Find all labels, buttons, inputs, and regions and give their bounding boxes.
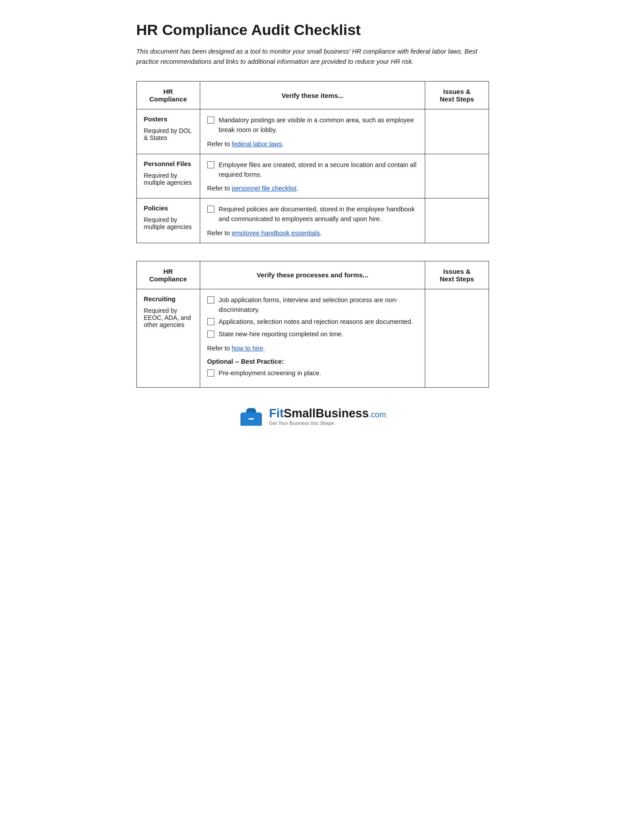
compliance-cell-posters: Posters Required by DOL & States (136, 109, 200, 154)
issues-cell-posters (425, 109, 489, 154)
checkbox-text: Pre-employment screening in place. (219, 369, 321, 378)
compliance-bold-recruiting: Recruiting (144, 296, 193, 303)
compliance-sub-personnel: Required by multiple agencies (144, 172, 192, 186)
checkbox-item: Pre-employment screening in place. (207, 369, 418, 378)
checkbox-text: Applications, selection notes and reject… (219, 317, 413, 327)
how-to-hire-link[interactable]: how to hire (232, 345, 263, 352)
logo-com: .com (369, 410, 386, 419)
checkbox-icon[interactable] (207, 331, 214, 338)
federal-labor-laws-link[interactable]: federal labor laws (232, 140, 282, 148)
logo-small-business: SmallBusiness (283, 407, 369, 420)
compliance-sub-policies: Required by multiple agencies (144, 216, 192, 230)
logo-fit: Fit (269, 407, 283, 420)
compliance-cell-policies: Policies Required by multiple agencies (136, 198, 200, 243)
checklist-table-2: HR Compliance Verify these processes and… (136, 261, 489, 388)
compliance-cell-recruiting: Recruiting Required by EEOC, ADA, and ot… (136, 289, 200, 387)
checklist-table-1: HR Compliance Verify these items... Issu… (136, 81, 489, 243)
table1-header-issues: Issues &Next Steps (425, 82, 489, 109)
checkbox-icon[interactable] (207, 206, 214, 213)
checkbox-item: Applications, selection notes and reject… (207, 317, 418, 327)
table-row: Posters Required by DOL & States Mandato… (136, 109, 489, 154)
table2-header-issues: Issues &Next Steps (425, 261, 489, 289)
checkbox-text: Mandatory postings are visible in a comm… (219, 116, 418, 135)
refer-text-policies: Refer to employee handbook essentials. (207, 229, 418, 237)
refer-text-personnel: Refer to personnel file checklist. (207, 185, 418, 192)
intro-paragraph: This document has been designed as a too… (136, 47, 489, 67)
footer: FitSmallBusiness.com Get Your Business I… (136, 405, 489, 428)
checkbox-item: Employee files are created, stored in a … (207, 160, 418, 180)
table2-header-verify: Verify these processes and forms... (200, 261, 425, 289)
logo-tagline: Get Your Business Into Shape (269, 420, 386, 426)
checkbox-icon[interactable] (207, 117, 214, 124)
compliance-cell-personnel: Personnel Files Required by multiple age… (136, 154, 200, 198)
svg-rect-7 (248, 418, 254, 420)
table-row: Personnel Files Required by multiple age… (136, 154, 489, 198)
page-container: HR Compliance Audit Checklist This docum… (113, 0, 512, 454)
checkbox-icon[interactable] (207, 296, 214, 303)
refer-text-posters: Refer to federal labor laws. (207, 140, 418, 148)
checkbox-text: State new-hire reporting completed on ti… (219, 330, 343, 339)
table1-header-verify: Verify these items... (200, 82, 425, 109)
logo-brand-text: FitSmallBusiness.com (269, 407, 386, 420)
checkbox-icon[interactable] (207, 161, 214, 168)
checkbox-item: Job application forms, interview and sel… (207, 296, 418, 315)
verify-cell-policies: Required policies are documented, stored… (200, 198, 425, 243)
compliance-bold-personnel: Personnel Files (144, 160, 193, 167)
verify-cell-personnel: Employee files are created, stored in a … (200, 154, 425, 198)
verify-cell-posters: Mandatory postings are visible in a comm… (200, 109, 425, 154)
table1-header-row: HR Compliance Verify these items... Issu… (136, 82, 489, 109)
personnel-file-checklist-link[interactable]: personnel file checklist (232, 185, 296, 192)
compliance-bold-policies: Policies (144, 205, 193, 212)
table1-header-compliance: HR Compliance (136, 82, 200, 109)
table-row: Recruiting Required by EEOC, ADA, and ot… (136, 289, 489, 387)
checkbox-item: Required policies are documented, stored… (207, 205, 418, 224)
refer-text-recruiting: Refer to how to hire. (207, 345, 418, 352)
checkbox-text: Job application forms, interview and sel… (219, 296, 418, 315)
fitsmallbusiness-logo-icon (239, 405, 264, 428)
compliance-sub-recruiting: Required by EEOC, ADA, and other agencie… (144, 307, 191, 328)
logo-text: FitSmallBusiness.com Get Your Business I… (269, 407, 386, 426)
verify-cell-recruiting: Job application forms, interview and sel… (200, 289, 425, 387)
checkbox-text: Employee files are created, stored in a … (219, 160, 418, 180)
compliance-sub-posters: Required by DOL & States (144, 127, 192, 141)
page-title: HR Compliance Audit Checklist (136, 21, 489, 39)
best-practice-label: Optional -- Best Practice: (207, 358, 418, 365)
checkbox-icon[interactable] (207, 318, 214, 325)
issues-cell-personnel (425, 154, 489, 198)
table2-header-compliance: HR Compliance (136, 261, 200, 289)
checkbox-item: Mandatory postings are visible in a comm… (207, 116, 418, 135)
logo-container: FitSmallBusiness.com Get Your Business I… (239, 405, 386, 428)
employee-handbook-link[interactable]: employee handbook essentials (232, 229, 320, 237)
issues-cell-recruiting (425, 289, 489, 387)
checkbox-item: State new-hire reporting completed on ti… (207, 330, 418, 339)
compliance-bold-posters: Posters (144, 116, 193, 123)
checkbox-text: Required policies are documented, stored… (219, 205, 418, 224)
issues-cell-policies (425, 198, 489, 243)
table-row: Policies Required by multiple agencies R… (136, 198, 489, 243)
checkbox-icon[interactable] (207, 369, 214, 377)
table2-header-row: HR Compliance Verify these processes and… (136, 261, 489, 289)
